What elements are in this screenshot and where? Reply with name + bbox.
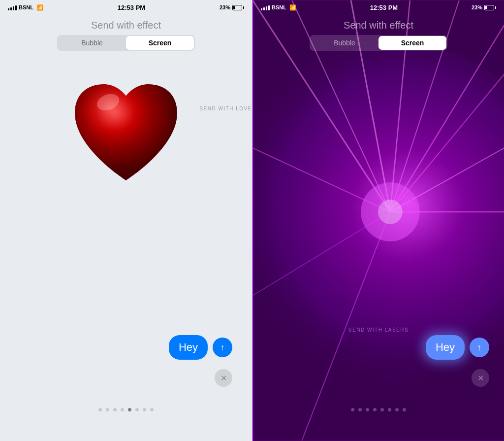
right-message-bubble: Hey: [426, 335, 465, 360]
right-dot-8[interactable]: [403, 408, 406, 411]
left-dot-8[interactable]: [150, 408, 154, 411]
right-send-arrow-icon: ↑: [477, 342, 482, 353]
right-page-dots: [351, 408, 406, 411]
right-signal-bar-2: [263, 7, 265, 10]
right-message-row: Hey ↑: [426, 335, 489, 360]
right-dot-4[interactable]: [373, 408, 377, 411]
left-status-bar: BSNL 📶 12:53 PM 23%: [0, 0, 252, 15]
right-phone-panel: BSNL 📶 12:53 PM 23% Send with effect Bub…: [252, 0, 504, 441]
left-segment-control: Bubble Screen: [57, 35, 195, 51]
right-dot-7[interactable]: [395, 408, 399, 411]
left-message-row: Hey ↑: [169, 335, 232, 360]
left-time: 12:53 PM: [118, 4, 145, 11]
right-dot-2[interactable]: [358, 408, 362, 411]
signal-bar-1: [8, 8, 9, 10]
left-wifi-icon: 📶: [36, 4, 43, 11]
right-signal-bar-4: [268, 5, 270, 10]
right-status-bar: BSNL 📶 12:53 PM 23%: [253, 0, 504, 15]
left-heart-container: [57, 62, 195, 209]
right-dot-1[interactable]: [351, 408, 354, 411]
left-dot-1[interactable]: [98, 408, 102, 411]
left-title: Send with effect: [0, 15, 252, 35]
left-phone-panel: BSNL 📶 12:53 PM 23% Send with effect Bub…: [0, 0, 252, 441]
right-dot-3[interactable]: [366, 408, 369, 411]
right-effect-label: SEND WITH LASERS: [348, 327, 409, 333]
left-dot-4[interactable]: [121, 408, 124, 411]
left-close-button[interactable]: ✕: [215, 369, 232, 387]
right-dot-5[interactable]: [380, 408, 384, 411]
right-content-area: SEND WITH LASERS Hey ↑ ✕: [253, 57, 504, 441]
right-title: Send with effect: [253, 15, 504, 35]
right-battery-icon: [484, 5, 496, 10]
right-carrier: BSNL: [272, 4, 286, 10]
right-segment-control: Bubble Screen: [310, 35, 447, 51]
right-bubble-tab[interactable]: Bubble: [311, 36, 378, 50]
right-send-button[interactable]: ↑: [470, 338, 489, 357]
left-signal-bars: [8, 4, 17, 10]
right-close-icon: ✕: [477, 373, 484, 383]
signal-bar-4: [15, 5, 17, 10]
right-time: 12:53 PM: [370, 4, 398, 11]
left-bubble-tab[interactable]: Bubble: [58, 36, 126, 50]
left-screen-tab[interactable]: Screen: [126, 36, 194, 50]
left-close-icon: ✕: [220, 373, 227, 383]
right-signal-bars: [261, 4, 270, 10]
right-close-button[interactable]: ✕: [472, 369, 489, 387]
left-dot-3[interactable]: [113, 408, 117, 411]
left-dot-7[interactable]: [143, 408, 146, 411]
left-carrier: BSNL: [19, 4, 33, 10]
signal-bar-3: [13, 6, 14, 10]
left-dot-5[interactable]: [128, 408, 131, 411]
left-battery-icon: [232, 5, 244, 10]
left-send-button[interactable]: ↑: [213, 338, 232, 357]
left-send-arrow-icon: ↑: [220, 342, 225, 353]
right-signal-bar-3: [266, 6, 267, 10]
right-status-right: 23%: [472, 4, 496, 10]
right-screen-tab[interactable]: Screen: [378, 36, 446, 50]
right-signal-bar-1: [261, 8, 262, 10]
left-status-right: 23%: [220, 4, 244, 10]
left-message-bubble: Hey: [169, 335, 208, 360]
left-status-left: BSNL 📶: [8, 4, 43, 11]
left-battery-pct: 23%: [220, 4, 230, 10]
right-dot-6[interactable]: [388, 408, 391, 411]
right-battery-pct: 23%: [472, 4, 482, 10]
signal-bar-2: [10, 7, 12, 10]
left-page-dots: [98, 408, 154, 411]
left-heart-icon: [62, 69, 190, 202]
left-content-area: SEND WITH LOVE Hey ↑ ✕: [0, 57, 252, 441]
left-dot-6[interactable]: [135, 408, 139, 411]
left-effect-label: SEND WITH LOVE: [199, 106, 252, 111]
left-dot-2[interactable]: [106, 408, 109, 411]
right-status-left: BSNL 📶: [261, 4, 296, 11]
right-wifi-icon: 📶: [289, 4, 296, 11]
